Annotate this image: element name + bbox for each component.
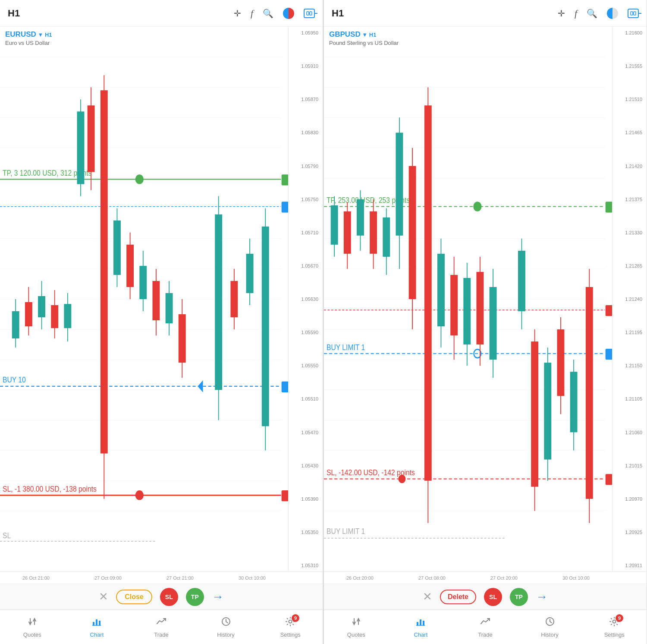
- svg-rect-139: [437, 254, 445, 326]
- left-nav-quotes[interactable]: Quotes: [0, 610, 65, 644]
- svg-rect-78: [99, 621, 101, 625]
- svg-rect-61: [139, 266, 147, 299]
- right-chart-label: Chart: [414, 631, 427, 638]
- right-history-label: History: [541, 631, 558, 638]
- svg-text:SL, -142.00 USD, -142 points: SL, -142.00 USD, -142 points: [327, 468, 415, 477]
- svg-rect-69: [215, 215, 222, 390]
- svg-rect-83: [634, 12, 636, 15]
- function-icon[interactable]: f: [251, 8, 253, 19]
- left-arrow-button[interactable]: →: [212, 590, 224, 604]
- history-label: History: [217, 631, 234, 638]
- svg-rect-47: [51, 305, 58, 328]
- chart-label: Chart: [90, 631, 104, 638]
- svg-rect-63: [152, 281, 160, 320]
- settings-label: Settings: [280, 631, 301, 638]
- svg-rect-127: [357, 199, 364, 236]
- left-close-button[interactable]: Close: [116, 590, 152, 604]
- right-symbol: GBPUSD ▼ H1: [329, 30, 399, 39]
- left-cancel-button[interactable]: ✕: [99, 590, 108, 603]
- svg-rect-137: [409, 166, 416, 299]
- left-nav-settings[interactable]: 9 Settings: [258, 610, 323, 644]
- svg-rect-159: [586, 287, 593, 499]
- right-delete-button[interactable]: Delete: [440, 590, 476, 604]
- svg-rect-153: [544, 363, 551, 459]
- left-description: Euro vs US Dollar: [5, 40, 52, 46]
- svg-rect-53: [77, 111, 85, 184]
- right-nav-trade[interactable]: Trade: [453, 610, 518, 644]
- left-tp-button[interactable]: TP: [186, 588, 204, 606]
- left-nav-trade[interactable]: Trade: [129, 610, 194, 644]
- right-function-icon[interactable]: f: [575, 8, 577, 19]
- svg-rect-1: [310, 12, 312, 15]
- right-timeframe: H1: [332, 8, 344, 19]
- svg-rect-147: [490, 287, 497, 360]
- svg-rect-0: [307, 12, 309, 15]
- right-chart-icon: [415, 616, 426, 630]
- svg-rect-162: [423, 621, 424, 625]
- right-settings-label: Settings: [604, 631, 625, 638]
- right-nav-history[interactable]: History: [518, 610, 582, 644]
- right-quotes-label: Quotes: [347, 631, 365, 638]
- svg-rect-73: [246, 254, 254, 293]
- left-symbol: EURUSD ▼ H1: [5, 30, 52, 39]
- left-nav-history[interactable]: History: [194, 610, 258, 644]
- indicator-icon[interactable]: 🔍: [263, 8, 273, 19]
- svg-point-21: [135, 174, 144, 184]
- right-nav-chart[interactable]: Chart: [389, 610, 453, 644]
- svg-rect-161: [420, 619, 421, 625]
- left-price-axis: 1.05950 1.05910 1.05870 1.05830 1.05790 …: [288, 27, 323, 571]
- svg-rect-151: [531, 341, 538, 487]
- right-arrow-button[interactable]: →: [536, 590, 548, 604]
- link-icon[interactable]: [304, 9, 315, 18]
- right-link-icon[interactable]: [628, 9, 639, 18]
- right-action-bar: ✕ Delete SL TP →: [324, 584, 647, 609]
- right-panel: H1 ✛ f 🔍 GBPUSD ▼ H1 Pound Sterling vs U…: [324, 0, 647, 644]
- right-chart-svg: TP, 253.00 USD, 253 points 1.21374 1.211…: [324, 27, 647, 571]
- svg-rect-133: [396, 133, 403, 235]
- left-panel: H1 ✛ f 🔍 EURUSD ▼ H1 Euro vs US Dollar: [0, 0, 323, 644]
- quotes-label: Quotes: [23, 631, 41, 638]
- svg-rect-71: [230, 281, 238, 317]
- svg-rect-77: [96, 619, 97, 625]
- chart-icon: [91, 616, 102, 630]
- left-bottom-nav: Quotes Chart Trade History 9 Setting: [0, 609, 323, 644]
- svg-rect-49: [64, 304, 71, 328]
- right-history-icon: [544, 616, 556, 630]
- left-chart-area[interactable]: EURUSD ▼ H1 Euro vs US Dollar: [0, 27, 323, 571]
- quotes-icon: [27, 616, 38, 630]
- right-nav-settings[interactable]: 9 Settings: [582, 610, 647, 644]
- crosshair-icon[interactable]: ✛: [234, 8, 241, 19]
- right-quotes-icon: [351, 616, 362, 630]
- svg-rect-143: [463, 278, 471, 344]
- right-cancel-button[interactable]: ✕: [423, 590, 432, 603]
- svg-text:SL, -1 380.00 USD, -138 points: SL, -1 380.00 USD, -138 points: [3, 485, 97, 493]
- right-crosshair-icon[interactable]: ✛: [558, 8, 565, 19]
- right-description: Pound Sterling vs US Dollar: [329, 40, 399, 46]
- svg-rect-55: [88, 105, 95, 172]
- left-toolbar-icons: ✛ f 🔍: [234, 8, 315, 19]
- svg-rect-59: [126, 245, 134, 287]
- svg-rect-76: [93, 622, 94, 625]
- svg-rect-149: [518, 251, 525, 311]
- svg-rect-125: [344, 212, 351, 254]
- svg-rect-43: [25, 302, 32, 326]
- right-toolbar: H1 ✛ f 🔍: [324, 0, 647, 27]
- right-trade-label: Trade: [478, 631, 492, 638]
- right-trade-icon: [480, 616, 491, 630]
- right-chart-header: GBPUSD ▼ H1 Pound Sterling vs US Dollar: [329, 30, 399, 46]
- right-theme-icon[interactable]: [607, 8, 618, 19]
- right-sl-button[interactable]: SL: [484, 588, 502, 606]
- svg-rect-131: [383, 218, 390, 257]
- svg-text:SL: SL: [3, 531, 11, 540]
- svg-rect-141: [450, 275, 458, 335]
- right-nav-quotes[interactable]: Quotes: [324, 610, 389, 644]
- right-indicator-icon[interactable]: 🔍: [587, 8, 597, 19]
- right-chart-area[interactable]: GBPUSD ▼ H1 Pound Sterling vs US Dollar: [324, 27, 647, 571]
- svg-rect-160: [417, 622, 418, 625]
- right-toolbar-icons: ✛ f 🔍: [558, 8, 639, 19]
- theme-icon[interactable]: [283, 8, 294, 19]
- left-sl-button[interactable]: SL: [160, 588, 178, 606]
- right-tp-button[interactable]: TP: [510, 588, 528, 606]
- left-nav-chart[interactable]: Chart: [65, 610, 129, 644]
- svg-rect-123: [331, 205, 338, 245]
